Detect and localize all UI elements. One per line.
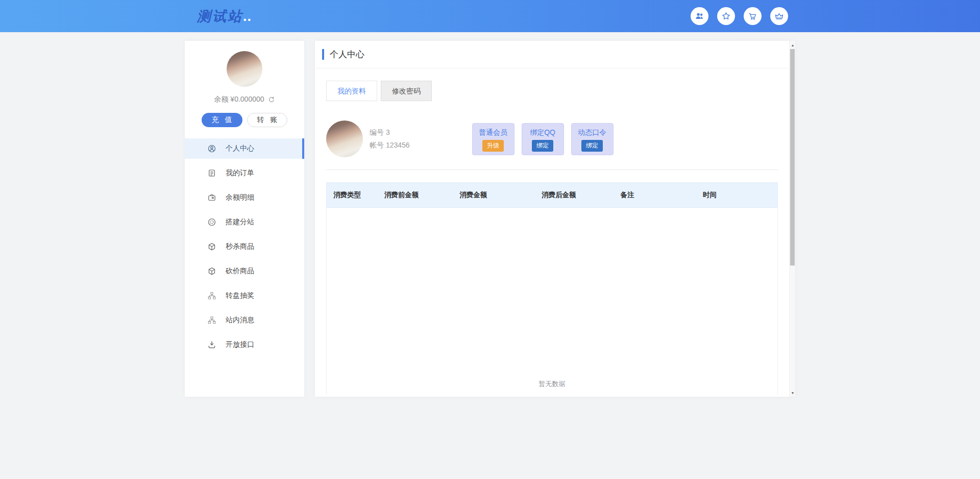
bind-token-button[interactable]: 绑定	[581, 140, 603, 152]
sidebar-item-label: 秒杀商品	[226, 242, 254, 251]
title-accent-bar	[322, 49, 324, 60]
sidebar-item-lucky-wheel[interactable]: 转盘抽奖	[185, 285, 304, 306]
sidebar-item-label: 个人中心	[226, 144, 254, 153]
scrollbar-down-arrow[interactable]: ▼	[790, 389, 795, 396]
cube-icon	[207, 267, 216, 276]
sidebar: 余额 ¥0.000000 充 值 转 账 个人中心	[185, 41, 304, 397]
user-avatar[interactable]	[227, 51, 262, 87]
tab-change-password[interactable]: 修改密码	[381, 81, 432, 101]
column-header: 消费后金额	[535, 190, 614, 200]
sidebar-item-site-messages[interactable]: 站内消息	[185, 310, 304, 330]
sidebar-item-my-orders[interactable]: 我的订单	[185, 163, 304, 183]
user-circle-icon	[207, 144, 216, 153]
table-body: 暂无数据	[326, 208, 778, 395]
tab-my-profile[interactable]: 我的资料	[326, 81, 377, 101]
badge-bind-qq: 绑定QQ 绑定	[522, 123, 564, 155]
badge-card-group: 普通会员 升级 绑定QQ 绑定 动态口令 绑定	[472, 123, 614, 155]
profile-info: 编号 3 帐号 123456	[370, 126, 410, 152]
badge-title: 普通会员	[473, 128, 514, 137]
badge-member-level: 普通会员 升级	[472, 123, 514, 155]
download-icon	[207, 340, 216, 349]
column-header: 消费金额	[453, 190, 535, 200]
sidebar-item-label: 砍价商品	[226, 267, 254, 276]
sidebar-item-label: 站内消息	[226, 316, 254, 325]
sidebar-item-label: 转盘抽奖	[226, 291, 254, 300]
column-header: 消费前金额	[378, 190, 453, 200]
app-header: 测试站..	[0, 0, 980, 32]
sidebar-item-open-api[interactable]: 开放接口	[185, 334, 304, 355]
sitemap-icon	[207, 316, 216, 325]
balance-text: 余额 ¥0.000000	[214, 95, 264, 104]
sidebar-item-label: 搭建分站	[226, 218, 254, 227]
section-divider	[326, 170, 778, 170]
main-scrollbar[interactable]: ▲ ▼	[789, 41, 795, 397]
sidebar-item-label: 开放接口	[226, 340, 254, 349]
column-header: 消费类型	[327, 190, 378, 200]
crown-icon[interactable]	[770, 7, 788, 25]
empty-data-text: 暂无数据	[327, 379, 777, 389]
wallet-icon	[207, 193, 216, 202]
scrollbar-thumb[interactable]	[790, 49, 795, 266]
scrollbar-up-arrow[interactable]: ▲	[790, 41, 795, 49]
recharge-button[interactable]: 充 值	[202, 113, 242, 127]
order-icon	[207, 169, 216, 178]
sidebar-item-bargain-goods[interactable]: 砍价商品	[185, 261, 304, 281]
cart-icon[interactable]	[744, 7, 762, 25]
site-logo-suffix: ..	[243, 9, 252, 24]
sitemap-icon	[207, 291, 216, 300]
page-title: 个人中心	[330, 49, 364, 60]
table-header-row: 消费类型 消费前金额 消费金额 消费后金额 备注 时间	[326, 182, 778, 208]
column-header: 备注	[614, 190, 696, 200]
tab-bar: 我的资料 修改密码	[326, 81, 778, 101]
badge-title: 绑定QQ	[522, 128, 564, 137]
main-panel: 个人中心 我的资料 修改密码 编号 3 帐号 123456 普通会员 升级	[315, 41, 795, 397]
profile-id: 编号 3	[370, 126, 410, 139]
site-logo-text: 测试站	[197, 9, 243, 24]
sidebar-menu: 个人中心 我的订单 余额明细	[185, 138, 304, 355]
page-title-row: 个人中心	[315, 41, 789, 68]
badge-dynamic-token: 动态口令 绑定	[571, 123, 614, 155]
sidebar-item-flash-sale[interactable]: 秒杀商品	[185, 236, 304, 257]
cube-icon	[207, 242, 216, 251]
sidebar-item-personal-center[interactable]: 个人中心	[185, 138, 304, 159]
site-logo[interactable]: 测试站..	[197, 7, 252, 26]
upgrade-button[interactable]: 升级	[482, 140, 504, 152]
sidebar-item-build-substation[interactable]: 搭建分站	[185, 212, 304, 232]
sidebar-item-label: 我的订单	[226, 169, 254, 178]
users-icon[interactable]	[691, 7, 708, 25]
refresh-icon[interactable]	[268, 96, 275, 103]
column-header: 时间	[696, 190, 777, 200]
sidebar-item-balance-detail[interactable]: 余额明细	[185, 187, 304, 208]
bind-qq-button[interactable]: 绑定	[532, 140, 553, 152]
sidebar-item-label: 余额明细	[226, 193, 254, 202]
profile-avatar[interactable]	[326, 121, 363, 157]
consume-table: 消费类型 消费前金额 消费金额 消费后金额 备注 时间 暂无数据	[326, 182, 778, 395]
substation-icon	[207, 218, 216, 227]
star-icon[interactable]	[717, 7, 735, 25]
header-icon-group	[691, 7, 788, 25]
profile-account: 帐号 123456	[370, 139, 410, 152]
profile-section: 编号 3 帐号 123456 普通会员 升级 绑定QQ 绑定 动态口令 绑定	[326, 121, 778, 157]
badge-title: 动态口令	[572, 128, 613, 137]
transfer-button[interactable]: 转 账	[247, 113, 288, 127]
